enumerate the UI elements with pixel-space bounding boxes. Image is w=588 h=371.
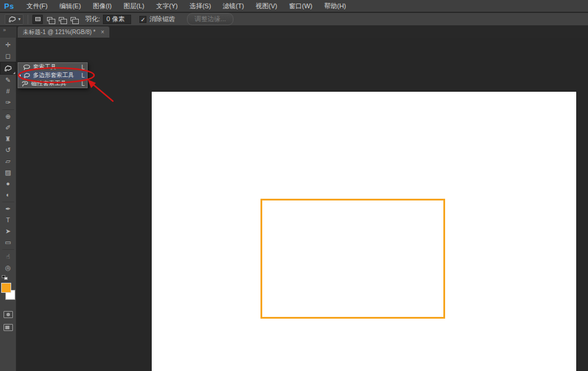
default-colors-icon[interactable] — [2, 275, 9, 281]
document-tab-bar: » 未标题-1 @ 121%(RGB/8) * × — [0, 26, 588, 38]
subtract-from-selection-icon — [59, 17, 64, 21]
feather-label: 羽化: — [85, 15, 100, 24]
tool-quick-selection[interactable]: ✎ — [1, 75, 15, 86]
photoshop-logo: Ps — [0, 2, 21, 11]
menu-image[interactable]: 图像(I) — [87, 0, 118, 12]
foreground-color-swatch[interactable] — [1, 283, 11, 293]
tool-hand[interactable]: ☝ — [1, 251, 15, 262]
tool-dodge[interactable]: ◐ — [1, 189, 15, 200]
polygonal-selection-outline — [260, 199, 445, 319]
hand-icon: ☝ — [6, 253, 10, 260]
tool-shape[interactable]: ▭ — [1, 237, 15, 248]
tool-options-bar: ▾ 羽化: ✓ 消除锯齿 调整边缘... — [0, 13, 588, 26]
tool-history-brush[interactable]: ↺ — [1, 145, 15, 156]
close-icon[interactable]: × — [101, 29, 105, 35]
subtract-from-selection-button[interactable] — [56, 15, 66, 24]
tool-pen[interactable]: ✒ — [1, 203, 15, 215]
workspace — [16, 38, 588, 371]
flyout-item-shortcut: L — [81, 81, 85, 87]
tool-crop[interactable]: # — [1, 86, 15, 97]
tool-rectangular-marquee[interactable]: ◻ — [1, 51, 15, 62]
document-canvas[interactable] — [152, 92, 576, 371]
tool-lasso[interactable] — [0, 62, 16, 75]
menu-filter[interactable]: 滤镜(T) — [217, 0, 250, 12]
menu-select[interactable]: 选择(S) — [183, 0, 217, 12]
document-tab[interactable]: 未标题-1 @ 121%(RGB/8) * × — [18, 26, 109, 38]
quick-selection-icon: ✎ — [5, 77, 11, 83]
gradient-icon: ▨ — [5, 169, 11, 176]
clone-stamp-icon: ♜ — [5, 136, 11, 142]
path-selection-icon: ➤ — [5, 228, 11, 235]
tools-panel: ✛ ◻ ✎ # ✑ ⊕ ✐ ♜ ↺ ▱ ▨ ● ◐ ✒ T ➤ ▭ ☝ ◎ — [0, 38, 16, 371]
tool-healing-brush[interactable]: ⊕ — [1, 111, 15, 122]
quick-mask-button[interactable] — [4, 311, 13, 318]
divider — [2, 202, 14, 202]
type-icon: T — [6, 217, 10, 223]
lasso-tools-flyout-menu: 套索工具 L 多边形套索工具 L 磁性套索工具 L — [18, 62, 88, 88]
menu-type[interactable]: 文字(Y) — [150, 0, 183, 12]
tool-clone-stamp[interactable]: ♜ — [1, 133, 15, 145]
intersect-with-selection-button[interactable] — [68, 15, 78, 24]
antialias-checkbox[interactable]: ✓ — [139, 16, 146, 23]
new-selection-button[interactable] — [32, 15, 43, 24]
menu-edit[interactable]: 编辑(E) — [54, 0, 87, 12]
divider — [2, 109, 14, 110]
color-swatches — [1, 282, 16, 306]
flyout-item-label: 多边形套索工具 — [33, 71, 74, 79]
magnetic-lasso-icon — [21, 81, 29, 87]
tool-eyedropper[interactable]: ✑ — [1, 97, 15, 108]
toolbar-collapse-button[interactable]: » — [0, 26, 16, 38]
screen-mode-button[interactable] — [4, 324, 13, 331]
menu-file[interactable]: 文件(F) — [21, 0, 54, 12]
tool-blur[interactable]: ● — [1, 178, 15, 189]
refine-edge-button: 调整边缘... — [187, 13, 233, 25]
menu-view[interactable]: 视图(V) — [250, 0, 283, 12]
move-icon: ✛ — [5, 42, 11, 48]
feather-input[interactable] — [103, 15, 131, 24]
polygonal-lasso-icon — [23, 72, 31, 79]
tool-move[interactable]: ✛ — [1, 39, 15, 51]
divider — [2, 249, 14, 250]
zoom-icon: ◎ — [5, 265, 11, 271]
new-selection-icon — [35, 17, 41, 21]
shape-icon: ▭ — [5, 239, 11, 246]
flyout-item-label: 磁性套索工具 — [31, 79, 66, 88]
tool-preset-picker[interactable]: ▾ — [5, 14, 24, 25]
quick-mask-icon — [6, 313, 10, 316]
eraser-icon: ▱ — [5, 158, 10, 165]
marquee-icon: ◻ — [5, 53, 11, 59]
menu-help[interactable]: 帮助(H) — [318, 0, 352, 12]
brush-icon: ✐ — [5, 125, 11, 131]
menu-layer[interactable]: 图层(L) — [118, 0, 150, 12]
dodge-icon: ◐ — [6, 192, 10, 198]
add-to-selection-icon — [47, 17, 52, 21]
tool-path-selection[interactable]: ➤ — [1, 226, 15, 237]
chevron-down-icon: ▾ — [18, 16, 21, 22]
eyedropper-icon: ✑ — [5, 99, 11, 106]
polygonal-lasso-icon — [4, 65, 12, 72]
tool-gradient[interactable]: ▨ — [1, 167, 15, 178]
tool-eraser[interactable]: ▱ — [1, 156, 15, 167]
menu-window[interactable]: 窗口(W) — [283, 0, 319, 12]
tool-brush[interactable]: ✐ — [1, 122, 15, 133]
polygonal-lasso-icon — [8, 16, 16, 23]
flyout-item-polygonal-lasso-tool[interactable]: 多边形套索工具 L — [18, 71, 87, 79]
selection-mode-group — [32, 15, 78, 24]
tool-type[interactable]: T — [1, 215, 15, 226]
tool-zoom[interactable]: ◎ — [1, 262, 15, 273]
pen-icon: ✒ — [5, 206, 11, 212]
lasso-icon — [23, 64, 31, 71]
antialias-label: 消除锯齿 — [149, 15, 175, 24]
flyout-item-lasso-tool[interactable]: 套索工具 L — [18, 63, 87, 71]
healing-brush-icon: ⊕ — [5, 113, 11, 120]
flyout-item-magnetic-lasso-tool[interactable]: 磁性套索工具 L — [18, 79, 87, 88]
flyout-item-label: 套索工具 — [33, 63, 56, 71]
crop-icon: # — [6, 88, 9, 95]
current-tool-dot — [19, 75, 21, 76]
menu-bar: Ps 文件(F) 编辑(E) 图像(I) 图层(L) 文字(Y) 选择(S) 滤… — [0, 0, 588, 12]
add-to-selection-button[interactable] — [44, 15, 55, 24]
document-tab-title: 未标题-1 @ 121%(RGB/8) * — [23, 28, 96, 36]
divider — [28, 15, 28, 24]
intersect-with-selection-icon — [71, 17, 76, 21]
history-brush-icon: ↺ — [5, 147, 11, 153]
